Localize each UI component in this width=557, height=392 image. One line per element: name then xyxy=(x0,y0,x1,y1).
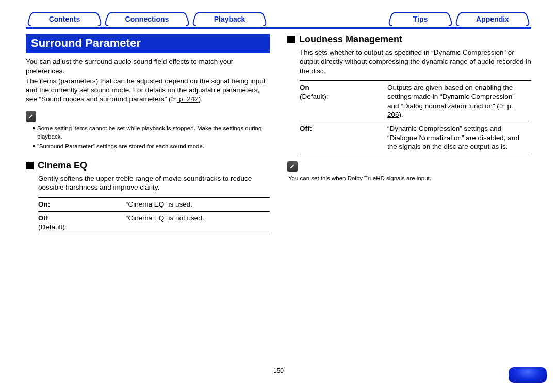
option-row: Off: “Dynamic Compression” settings and … xyxy=(300,122,531,154)
tab-contents-label: Contents xyxy=(49,15,80,23)
tab-contents[interactable]: Contents xyxy=(26,12,103,26)
loudness-body: This sets whether to output as specified… xyxy=(287,48,531,75)
tab-appendix[interactable]: Appendix xyxy=(454,12,531,26)
option-row: Off (Default): “Cinema EQ” is not used. xyxy=(38,211,270,234)
section-title: Surround Parameter xyxy=(26,34,270,53)
tab-connections[interactable]: Connections xyxy=(103,12,191,26)
left-column: Surround Parameter You can adjust the su… xyxy=(26,34,270,234)
option-row: On (Default): Outputs are given based on… xyxy=(300,81,531,122)
intro-text-2: The items (parameters) that can be adjus… xyxy=(26,77,270,104)
note-text: You can set this when Dolby TrueHD signa… xyxy=(287,175,531,183)
square-bullet-icon xyxy=(26,162,34,169)
subheading-cinema-eq: Cinema EQ xyxy=(26,160,270,171)
subheading-loudness: Loudness Management xyxy=(287,34,531,45)
pencil-icon xyxy=(287,161,298,172)
tab-playback[interactable]: Playback xyxy=(191,12,268,26)
cinema-eq-options: On: “Cinema EQ” is used. Off (Default): … xyxy=(38,197,270,234)
nav-underline xyxy=(26,27,531,29)
intro-text-1: You can adjust the surround audio sound … xyxy=(26,57,270,76)
page-number: 150 xyxy=(0,367,557,374)
note-item: Some setting items cannot be set while p… xyxy=(33,125,270,141)
option-row: On: “Cinema EQ” is used. xyxy=(38,198,270,212)
note-block: You can set this when Dolby TrueHD signa… xyxy=(287,161,531,183)
square-bullet-icon xyxy=(287,36,295,43)
tab-playback-label: Playback xyxy=(214,15,245,23)
note-block: Some setting items cannot be set while p… xyxy=(26,111,270,151)
pencil-icon xyxy=(26,111,36,122)
pointer-icon: ☞ xyxy=(171,95,177,104)
tab-connections-label: Connections xyxy=(125,15,169,23)
note-item: “Surround Parameter” settings are stored… xyxy=(33,143,270,151)
tab-appendix-label: Appendix xyxy=(476,15,509,23)
pointer-icon: ☞ xyxy=(499,102,505,111)
nav-tabs: Contents Connections Playback Tips Appen… xyxy=(26,12,531,26)
right-column: Loudness Management This sets whether to… xyxy=(287,34,531,234)
brand-logo xyxy=(509,367,547,383)
tab-tips[interactable]: Tips xyxy=(387,12,454,26)
cinema-eq-body: Gently softens the upper treble range of… xyxy=(26,174,270,193)
loudness-options: On (Default): Outputs are given based on… xyxy=(300,80,531,154)
page-link-242[interactable]: p. 242 xyxy=(177,95,198,103)
tab-tips-label: Tips xyxy=(413,15,428,23)
